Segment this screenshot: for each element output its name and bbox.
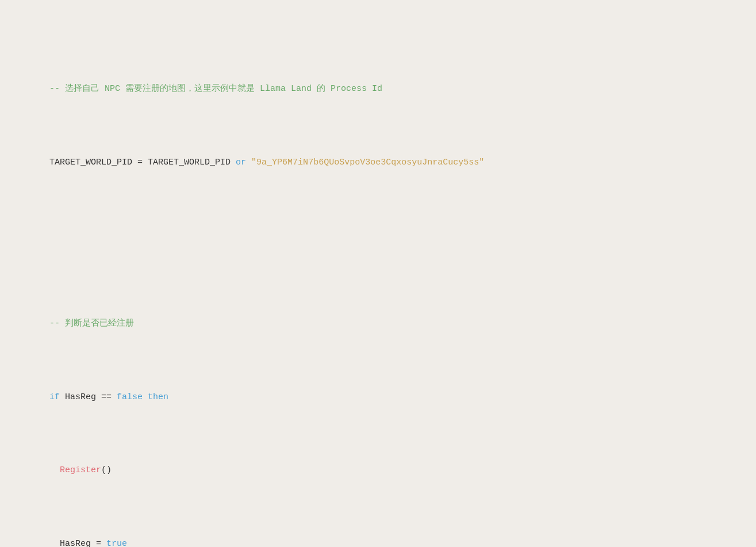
line-8: HasReg = true — [29, 522, 727, 547]
code-7b: () — [101, 465, 112, 475]
code-2b — [246, 158, 251, 167]
line-6: if HasReg == false then — [29, 375, 727, 419]
line-4 — [29, 258, 727, 273]
line-3 — [29, 214, 727, 229]
code-6a: HasReg == — [60, 392, 117, 402]
indent-7 — [49, 465, 60, 475]
indent-8: HasReg = — [49, 539, 106, 548]
keyword-or: or — [236, 158, 246, 167]
func-register-call: Register — [60, 465, 101, 475]
comment-2: -- 判断是否已经注册 — [49, 319, 134, 328]
string-1: "9a_YP6M7iN7b6QUoSvpoV3oe3CqxosyuJnraCuc… — [251, 158, 484, 167]
code-6b — [143, 392, 148, 402]
code-editor: -- 选择自己 NPC 需要注册的地图，这里示例中就是 Llama Land 的… — [29, 23, 727, 547]
keyword-if: if — [49, 392, 60, 402]
line-1: -- 选择自己 NPC 需要注册的地图，这里示例中就是 Llama Land 的… — [29, 67, 727, 112]
keyword-true: true — [106, 539, 127, 548]
line-5: -- 判断是否已经注册 — [29, 302, 727, 346]
line-2: TARGET_WORLD_PID = TARGET_WORLD_PID or "… — [29, 140, 727, 185]
comment-1: -- 选择自己 NPC 需要注册的地图，这里示例中就是 Llama Land 的… — [49, 84, 382, 94]
keyword-false: false — [117, 392, 143, 402]
code-2: TARGET_WORLD_PID = TARGET_WORLD_PID — [49, 158, 236, 167]
line-7: Register() — [29, 449, 727, 493]
keyword-then: then — [148, 392, 168, 402]
